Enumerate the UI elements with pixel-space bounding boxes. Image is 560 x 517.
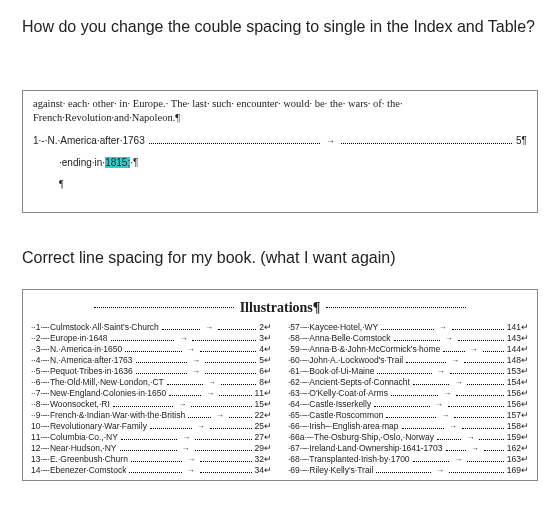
illustration-entry-page: 15↵	[255, 399, 272, 410]
leader-dots	[377, 373, 431, 374]
leader-dots	[454, 417, 504, 418]
tab-arrow-icon: →	[469, 444, 481, 454]
illustration-entry: ··4·–·N.·America·after·1763→5↵	[31, 355, 272, 366]
tab-arrow-icon: →	[176, 400, 188, 410]
tab-arrow-icon: →	[449, 356, 461, 366]
illustration-entry-label: ··2·–·Europe·in·1648	[31, 333, 108, 344]
illustration-entry-page: 144↵	[507, 344, 529, 355]
tab-arrow-icon: →	[433, 400, 445, 410]
illustrations-title-text: Illustrations¶	[240, 300, 321, 315]
illustration-entry: ·63·–·O'Kelly·Coat·of·Arms→156↵	[288, 388, 529, 399]
tab-arrow-icon: →	[206, 378, 218, 388]
illustration-entry-page: 5↵	[259, 355, 272, 366]
tab-arrow-icon: →	[437, 323, 449, 333]
tab-arrow-icon: →	[324, 136, 337, 148]
illustration-entry-label: 10·–·Revolutionary·War·Family	[31, 421, 147, 432]
illustration-entry-page: 34↵	[255, 465, 272, 476]
illustration-entry-page: 3↵	[259, 333, 272, 344]
leader-dots	[443, 351, 464, 352]
illustration-entry-label: ··7·–·New·England·Colonies·in·1650	[31, 388, 166, 399]
leader-dots	[195, 450, 252, 451]
illustration-entry-page: 27↵	[255, 432, 272, 443]
illustration-entry-page: 156↵	[507, 388, 529, 399]
leader-dots	[458, 340, 504, 341]
illustration-entry-label: ·58·–·Anna·Belle·Comstock	[288, 333, 391, 344]
leader-dots	[121, 439, 177, 440]
leader-dots	[449, 472, 504, 473]
question-heading: How do you change the couble spacing to …	[22, 18, 538, 36]
illustration-entry-page: 2↵	[259, 322, 272, 333]
toc-entry-1-page: 5¶	[516, 134, 527, 147]
illustration-entry: ·67·–·Ireland·Land·Ownership·1641-1703→1…	[288, 443, 529, 454]
leader-dots	[376, 472, 431, 473]
tab-arrow-icon: →	[180, 444, 192, 454]
illustration-entry-page: 6↵	[259, 366, 272, 377]
illustration-entry-page: 162↵	[507, 443, 529, 454]
illustration-entry-label: ··6·–·The·Old·Mill,·New·London,·CT	[31, 377, 164, 388]
leader-dots	[402, 428, 444, 429]
illustrations-title: Illustrations¶	[31, 300, 529, 316]
paragraph-text: against· each· other· in· Europe.· The· …	[33, 97, 527, 124]
illustration-entry-page: 22↵	[255, 410, 272, 421]
illustration-entry-page: 157↵	[507, 410, 529, 421]
illustration-entry-label: 12·–·Near·Hudson,·NY	[31, 443, 117, 454]
tab-arrow-icon: →	[441, 389, 453, 399]
sample-single-spaced: Illustrations¶ ··1·–·Culmstock·All·Saint…	[22, 289, 538, 481]
illustration-entry-label: 13·–·E.·Greenbush·Churn	[31, 454, 128, 465]
leader-dots	[448, 406, 504, 407]
illustration-entry-page: 8↵	[259, 377, 272, 388]
illustration-entry: ··6·–·The·Old·Mill,·New·London,·CT→8↵	[31, 377, 272, 388]
illustration-entry-page: 154↵	[507, 377, 529, 388]
leader-dots	[413, 384, 449, 385]
illustration-entry-label: 11·–·Columbia·Co.,·NY	[31, 432, 118, 443]
leader-dots	[200, 461, 251, 462]
illustration-entry-page: 141↵	[507, 322, 529, 333]
leader-dots	[450, 373, 504, 374]
tab-arrow-icon: →	[177, 334, 189, 344]
leader-dots	[437, 439, 461, 440]
tab-arrow-icon: →	[203, 323, 215, 333]
leader-dots	[229, 417, 252, 418]
illustration-entry-page: 158↵	[507, 421, 529, 432]
illustration-entry-label: ··8·–·Woonsocket,·RI	[31, 399, 110, 410]
illustration-entry: ··8·–·Woonsocket,·RI→15↵	[31, 399, 272, 410]
illustration-entry: ·61·–·Book·of·Ui-Maine→153↵	[288, 366, 529, 377]
illustration-entry: 13·–·E.·Greenbush·Churn→32↵	[31, 454, 272, 465]
illustration-entry-page: 32↵	[255, 454, 272, 465]
leader-dots	[467, 384, 503, 385]
leader-dots	[200, 351, 257, 352]
toc-entry-2: ·ending·in·1815;·¶	[33, 156, 527, 169]
illustration-entry: ··9·–·French·&·Indian·War·with·the·Briti…	[31, 410, 272, 421]
leader-dots	[200, 472, 252, 473]
tab-arrow-icon: →	[180, 433, 192, 443]
illustration-entry: ·66·–·Irish–·English·area·map→158↵	[288, 421, 529, 432]
illustration-entry-page: 25↵	[255, 421, 272, 432]
illustration-entry-page: 4↵	[259, 344, 272, 355]
toc-entry-1-label: 1·-·N.·America·after·1763	[33, 134, 145, 147]
illustration-entry-page: 159↵	[507, 432, 529, 443]
illustration-entry: ·57·–·Kaycee·Hotel,·WY→141↵	[288, 322, 529, 333]
illustration-entry-label: ·61·–·Book·of·Ui-Maine	[288, 366, 374, 377]
leader-dots	[406, 362, 446, 363]
leader-dots	[456, 395, 503, 396]
title-leader-left	[94, 307, 234, 308]
lone-paragraph-mark: ¶	[33, 177, 527, 190]
leader-dots	[462, 428, 504, 429]
toc-entry-1: 1·-·N.·America·after·1763 → 5¶	[33, 134, 527, 148]
illustration-entry-page: 156↵	[507, 399, 529, 410]
tab-arrow-icon: →	[435, 367, 447, 377]
toc-entry-2-label: ·ending·in·1815;·¶	[59, 156, 138, 169]
tab-arrow-icon: →	[204, 389, 216, 399]
illustration-entry-page: 29↵	[255, 443, 272, 454]
illustration-entry-label: ··4·–·N.·America·after·1763	[31, 355, 133, 366]
tab-arrow-icon: →	[434, 466, 446, 476]
illustration-entry-label: ··3·–·N.·America·in·1650	[31, 344, 122, 355]
leader-dots	[129, 472, 181, 473]
leader-dots	[218, 329, 256, 330]
leader-dots	[125, 351, 182, 352]
leader-dots	[188, 417, 211, 418]
tab-arrow-icon: →	[190, 367, 202, 377]
illustration-entry: ··2·–·Europe·in·1648→3↵	[31, 333, 272, 344]
illustration-entry-page: 143↵	[507, 333, 529, 344]
leader-dots	[386, 417, 436, 418]
